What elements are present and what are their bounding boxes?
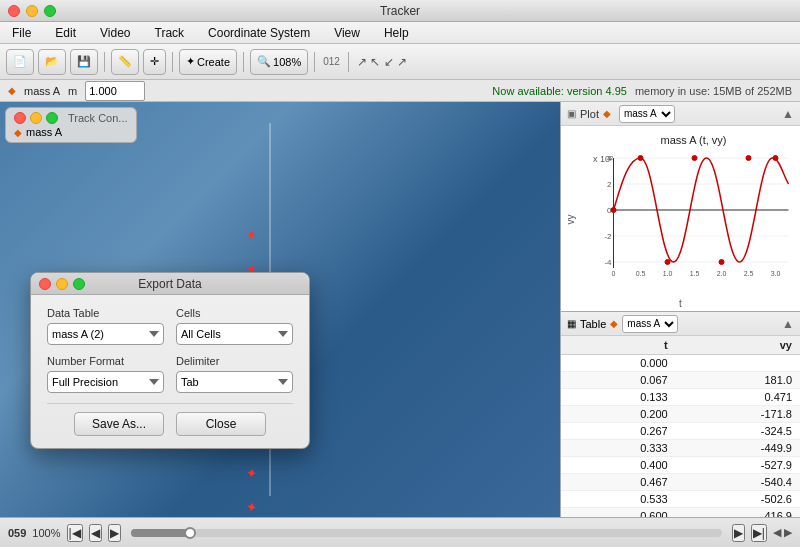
chart-container: mass A (t, vy) x 10² vy t 4 bbox=[561, 126, 800, 311]
menu-help[interactable]: Help bbox=[380, 24, 413, 42]
menu-coordinate[interactable]: Coordinate System bbox=[204, 24, 314, 42]
status-mass-label: mass A bbox=[24, 85, 60, 97]
dialog-row-1: Data Table mass A (2) Cells All Cells Vi… bbox=[47, 307, 293, 345]
cell-t: 0.467 bbox=[561, 474, 676, 491]
menu-edit[interactable]: Edit bbox=[51, 24, 80, 42]
close-button[interactable] bbox=[8, 5, 20, 17]
frame-info: ◀ ▶ bbox=[773, 526, 792, 539]
maximize-button[interactable] bbox=[44, 5, 56, 17]
track-control-traffic: Track Con... bbox=[14, 112, 128, 124]
tc-min[interactable] bbox=[30, 112, 42, 124]
play-button[interactable]: ▶ bbox=[108, 524, 121, 542]
save-as-button[interactable]: Save As... bbox=[74, 412, 164, 436]
table-row: 0.533-502.6 bbox=[561, 491, 800, 508]
tc-max[interactable] bbox=[46, 112, 58, 124]
svg-point-22 bbox=[692, 156, 697, 161]
plot-area: ▣ Plot ◆ mass A ▲ mass A (t, vy) x 10² v… bbox=[561, 102, 800, 312]
track-item-mass-a[interactable]: ◆ mass A bbox=[14, 126, 128, 138]
menu-video[interactable]: Video bbox=[96, 24, 134, 42]
window-title: Tracker bbox=[380, 4, 420, 18]
mass-value-input[interactable] bbox=[85, 81, 145, 101]
cell-t: 0.400 bbox=[561, 457, 676, 474]
create-button[interactable]: ✦ Create bbox=[179, 49, 237, 75]
number-format-label: Number Format bbox=[47, 355, 164, 367]
table-scroll[interactable]: t vy 0.0000.067181.00.1330.4710.200-171.… bbox=[561, 336, 800, 517]
menu-view[interactable]: View bbox=[330, 24, 364, 42]
separator3 bbox=[243, 52, 244, 72]
track-control-panel: Track Con... ◆ mass A bbox=[5, 107, 137, 143]
axes-icon: ✛ bbox=[150, 55, 159, 68]
cell-vy: -324.5 bbox=[676, 423, 800, 440]
separator4 bbox=[314, 52, 315, 72]
zoom-fit-button[interactable]: 🔍 108% bbox=[250, 49, 308, 75]
dialog-max[interactable] bbox=[73, 278, 85, 290]
table-row: 0.1330.471 bbox=[561, 389, 800, 406]
cell-vy: -171.8 bbox=[676, 406, 800, 423]
table-expand-icon[interactable]: ▲ bbox=[782, 317, 794, 331]
calib-button[interactable]: 📏 bbox=[111, 49, 139, 75]
svg-point-24 bbox=[746, 156, 751, 161]
chart-title: mass A (t, vy) bbox=[591, 134, 796, 146]
create-star-icon: ✦ bbox=[186, 55, 195, 68]
progress-bar[interactable] bbox=[131, 529, 722, 537]
cell-vy: -502.6 bbox=[676, 491, 800, 508]
cell-t: 0.067 bbox=[561, 372, 676, 389]
cells-select[interactable]: All Cells Visible Cells bbox=[176, 323, 293, 345]
track-control-title: Track Con... bbox=[68, 112, 128, 124]
next-button[interactable]: ▶ bbox=[732, 524, 745, 542]
cell-vy: -527.9 bbox=[676, 457, 800, 474]
plot-mass-select[interactable]: mass A bbox=[619, 105, 675, 123]
arrow-tools: ↗ ↖ ↙ ↗ bbox=[357, 55, 407, 69]
table-row: 0.200-171.8 bbox=[561, 406, 800, 423]
main-content: ✦ ✦ ✦ ✦ ✦ ✦ ✦ ✦ ✦ Track Con... ◆ bbox=[0, 102, 800, 517]
window-controls bbox=[8, 5, 56, 17]
col-header-vy: vy bbox=[676, 336, 800, 355]
track-diamond-icon: ◆ bbox=[14, 127, 22, 138]
zoom-fit-icon: 🔍 bbox=[257, 55, 271, 68]
prev-button[interactable]: ◀ bbox=[89, 524, 102, 542]
cell-t: 0.200 bbox=[561, 406, 676, 423]
svg-text:0: 0 bbox=[612, 270, 616, 277]
new-button[interactable]: 📄 bbox=[6, 49, 34, 75]
progress-thumb[interactable] bbox=[184, 527, 196, 539]
separator bbox=[104, 52, 105, 72]
dialog-row-2: Number Format Full Precision Fixed Scien… bbox=[47, 355, 293, 393]
menu-track[interactable]: Track bbox=[151, 24, 189, 42]
minimize-button[interactable] bbox=[26, 5, 38, 17]
axes-button[interactable]: ✛ bbox=[143, 49, 166, 75]
table-row: 0.267-324.5 bbox=[561, 423, 800, 440]
end-button[interactable]: ▶| bbox=[751, 524, 767, 542]
start-button[interactable]: |◀ bbox=[67, 524, 83, 542]
save-button[interactable]: 💾 bbox=[70, 49, 98, 75]
data-table: t vy 0.0000.067181.00.1330.4710.200-171.… bbox=[561, 336, 800, 517]
delimiter-label: Delimiter bbox=[176, 355, 293, 367]
right-panel: ▣ Plot ◆ mass A ▲ mass A (t, vy) x 10² v… bbox=[560, 102, 800, 517]
svg-point-25 bbox=[773, 156, 778, 161]
data-table-select[interactable]: mass A (2) bbox=[47, 323, 164, 345]
separator5 bbox=[348, 52, 349, 72]
bottombar: 059 100% |◀ ◀ ▶ ▶ ▶| ◀ ▶ bbox=[0, 517, 800, 547]
svg-text:1.0: 1.0 bbox=[663, 270, 673, 277]
numbering-icon: 012 bbox=[323, 56, 340, 67]
y-axis-label: vy bbox=[565, 214, 576, 224]
cell-t: 0.133 bbox=[561, 389, 676, 406]
dialog-close[interactable] bbox=[39, 278, 51, 290]
plot-expand-icon[interactable]: ▲ bbox=[782, 107, 794, 121]
close-dialog-button[interactable]: Close bbox=[176, 412, 266, 436]
table-diamond: ◆ bbox=[610, 318, 618, 329]
number-format-select[interactable]: Full Precision Fixed Scientific bbox=[47, 371, 164, 393]
statusbar: ◆ mass A m Now available: version 4.95 m… bbox=[0, 80, 800, 102]
delimiter-select[interactable]: Tab Comma Space bbox=[176, 371, 293, 393]
tc-close[interactable] bbox=[14, 112, 26, 124]
table-row: 0.000 bbox=[561, 355, 800, 372]
titlebar: Tracker bbox=[0, 0, 800, 22]
svg-text:2.0: 2.0 bbox=[717, 270, 727, 277]
progress-fill bbox=[131, 529, 190, 537]
marker-9: ✦ bbox=[245, 498, 260, 516]
table-mass-select[interactable]: mass A bbox=[622, 315, 678, 333]
separator2 bbox=[172, 52, 173, 72]
open-button[interactable]: 📂 bbox=[38, 49, 66, 75]
menu-file[interactable]: File bbox=[8, 24, 35, 42]
dialog-min[interactable] bbox=[56, 278, 68, 290]
svg-text:2.5: 2.5 bbox=[744, 270, 754, 277]
